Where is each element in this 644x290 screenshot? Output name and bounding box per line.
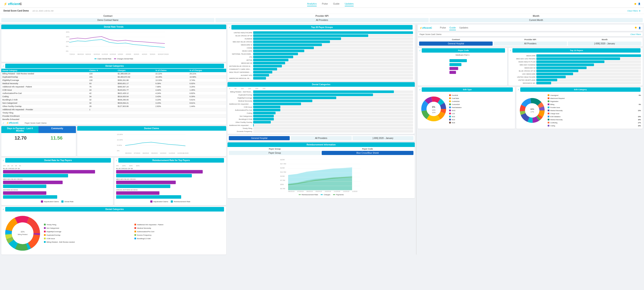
- expand-top10[interactable]: ⤢: [510, 49, 512, 51]
- denial-bar-mednec: Medical Necessity: [229, 100, 413, 102]
- provider-filter-mid[interactable]: All Providers: [290, 136, 352, 140]
- donut-title: Denial Categories: [5, 207, 224, 212]
- denial-bar-addlprov: Additional Info requested - P...: [229, 124, 413, 127]
- expand-edit-cat[interactable]: ⤢: [518, 88, 520, 91]
- color-excess: [134, 234, 136, 236]
- svg-text:12/2019: 12/2019: [343, 190, 349, 192]
- top10-medadv-humana: MED ADV HUMANA: [510, 63, 641, 66]
- expand-payer-code[interactable]: ⤢: [419, 49, 421, 51]
- right-contract-filter[interactable]: General Hospital: [419, 41, 492, 46]
- contract-filter[interactable]: Demo Contract Name: [1, 18, 214, 22]
- payer-code-filter[interactable]: Blue Cross/Blue Shield: [322, 151, 414, 155]
- denial-bar-addlinfo: Additional Info requested - P...: [229, 103, 413, 105]
- denial-categories-table: Denial Category Claims ▼ Charges % of Cl…: [1, 69, 226, 121]
- reimb-info-body: $20M $17.5M $15M $12.5M $10M $7.5M $5M $…: [228, 156, 415, 198]
- payer-score-card-link[interactable]: ⤢ ⚡efficientC Payer Score Card: Demo: [1, 121, 226, 125]
- filter-bar-top: Contract Provider NPI Month Demo Contrac…: [0, 14, 644, 23]
- denied-claims-card: Denied Claims 15.00% 10.00% 5.00% 0%: [77, 126, 226, 156]
- legend-denial-rate: Denial Rate: [61, 200, 74, 203]
- denial-bar-auth: Authorization/Pre-Cart: [229, 109, 413, 111]
- expand-reimb-rate[interactable]: ⤢: [116, 159, 118, 162]
- adj-claims-label: Adjudicated Claims: [44, 201, 59, 203]
- provider-filter[interactable]: All Providers: [215, 18, 428, 22]
- clear-filters-label: Clear Filters: [627, 10, 638, 12]
- expand-denial-rate[interactable]: ⤢: [2, 159, 4, 162]
- payer-score-icon: ⤢: [2, 122, 4, 124]
- color-elig: [44, 231, 46, 232]
- edit-cat-donut: 16% 17%: [518, 96, 546, 125]
- edit-category-body: 16% 17% Unassigned9% Attachment Required…: [516, 92, 643, 129]
- denial-rate-chart: 20% 15% 10% 5% 0%: [2, 30, 225, 56]
- tab-pulse[interactable]: Pulse: [322, 1, 328, 6]
- days-payment-card: Days to Payment - Last 6 Months Communit…: [1, 126, 76, 156]
- expand-edit-type[interactable]: ⤢: [419, 88, 421, 91]
- payer-group-filter[interactable]: Payer Group: [229, 151, 321, 155]
- table-row: Duplicate/Overlap191$3,383,972.9219.29%1…: [1, 75, 226, 79]
- svg-text:$20M: $20M: [280, 159, 285, 161]
- payer-bar-anthem-bcm: ANTHEM BLUE CROSS MEDI: [229, 65, 413, 67]
- payer-bar-uhc: UNITED HEALTHCARE: [229, 31, 413, 34]
- header: ⚡ efficientC Analytics Pulse Guide Updat…: [0, 0, 644, 8]
- payer-code-card: ⤢ Payer Code Medicare Part A: [418, 48, 507, 86]
- denial-rate-trends-card: Denial Rate Trends 20% 15% 10% 5% 0%: [1, 24, 226, 62]
- denial-rate-icon: [61, 200, 64, 203]
- payer-bar-natl: NATIONAL TELECOMM...: [229, 53, 413, 55]
- tab-updates[interactable]: Updates: [345, 1, 354, 6]
- color-timely: [44, 224, 46, 226]
- svg-text:0%: 0%: [66, 50, 68, 52]
- table-row: Medical Necessity93$593,651.179.39%6.92%: [1, 82, 226, 85]
- denial-categories-bar-title: Denial Categories: [228, 82, 415, 87]
- tab-analytics[interactable]: Analytics: [307, 1, 317, 6]
- table-row: Additional Info requested - Provider1: [1, 108, 226, 111]
- top10-united: UNITED HEALTHCARE: [510, 76, 641, 78]
- page-date: Jul 13, 2020 1:40:01 AM: [32, 10, 54, 12]
- reimb-rate-payers-card: ⤢ Reimbursement Rate for Top Payers 0%20…: [114, 158, 226, 205]
- left-column: Denial Rate Trends 20% 15% 10% 5% 0%: [1, 24, 226, 255]
- payer-bar-ips: IPS: [229, 56, 413, 58]
- legend-claim-denial: Claim Denial Rate: [94, 58, 111, 60]
- expand-payer-groups[interactable]: ⤢: [229, 26, 230, 28]
- svg-text:08/2019: 08/2019: [306, 190, 313, 192]
- right-tab-pulse[interactable]: Pulse: [440, 25, 446, 30]
- payer-bar-cigna: CIGNA: [229, 46, 413, 49]
- legend-label-claim: Claim Denial Rate: [98, 58, 111, 60]
- days-header-grid: Days to Payment - Last 6 Months Communit…: [1, 126, 76, 133]
- filter-month-label: Month: [430, 15, 643, 17]
- svg-text:06/2019: 06/2019: [288, 190, 294, 192]
- cross-anthem-label: CROSS ANTHEM ACCESS: [116, 189, 224, 191]
- reimb-x-axis: 0%20%40%60%: [116, 165, 224, 167]
- clear-filters-button[interactable]: Clear Filters ⚙: [627, 10, 640, 12]
- svg-text:$2.5M: $2.5M: [280, 188, 285, 190]
- top10-dean: DEAN HEALTH PLAN: [510, 60, 641, 63]
- payer-bar-medadv: MED ADV BLUE CROSS: [229, 40, 413, 43]
- svg-text:08/2019: 08/2019: [142, 152, 149, 154]
- contract-filter-mid[interactable]: General Hospital: [229, 136, 290, 140]
- sub-header-right: Payer Score Card: Demo Clear Filters: [418, 32, 643, 36]
- svg-text:5.00%: 5.00%: [117, 144, 122, 146]
- right-provider-filter[interactable]: All Providers: [494, 41, 567, 46]
- payer-bar-bcwi: BLUE CROSS OF WI: [229, 34, 413, 37]
- top-payer-groups-card: ⤢ Top 20 Payer Groups UNITED HEALTHCARE …: [228, 24, 415, 81]
- donut-header-row: ⤢ Denial Categories: [1, 207, 226, 212]
- sub-header: Denial Score Card Demo Jul 13, 2020 1:40…: [0, 8, 644, 14]
- table-row: Provider Enrollment: [1, 115, 226, 118]
- denial-bar-billing: Billing Related - Edit Revie...: [229, 90, 413, 93]
- right-tab-updates[interactable]: Updates: [459, 25, 468, 30]
- expand-donut[interactable]: ⤢: [2, 208, 4, 210]
- right-tab-guide[interactable]: Guide: [449, 25, 456, 30]
- right-month-filter[interactable]: [-006] 2020 - January: [568, 41, 642, 46]
- label-addl-patient: Additional Info requested - Patient: [137, 224, 163, 226]
- tab-guide[interactable]: Guide: [333, 1, 339, 6]
- svg-text:09/2019: 09/2019: [151, 152, 158, 154]
- svg-text:6%: 6%: [432, 106, 436, 108]
- month-filter[interactable]: Current Month: [430, 18, 643, 22]
- svg-text:07/2019: 07/2019: [134, 152, 140, 154]
- payments-legend-label: Payments: [336, 194, 344, 196]
- status-dot: [634, 3, 636, 5]
- col-charges: Charges: [116, 69, 154, 72]
- expand-icon[interactable]: ⤢: [2, 65, 4, 67]
- cell-category: Billing Related - Edit Review needed: [1, 72, 88, 75]
- month-filter-mid[interactable]: [-006] 2020 - January: [352, 136, 414, 140]
- clear-filters-right[interactable]: Clear Filters: [630, 33, 641, 35]
- top10-uhc-medicare: UHC MEDICARE: [510, 73, 641, 75]
